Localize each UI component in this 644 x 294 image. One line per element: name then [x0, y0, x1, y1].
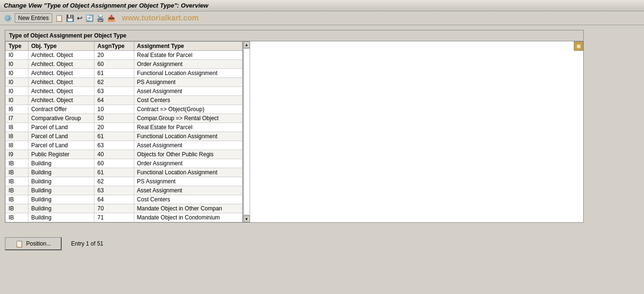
cell-objType: Building [28, 177, 94, 186]
cell-objType: Contract Offer [28, 105, 94, 114]
watermark-text: www.tutorialkart.com [122, 14, 199, 22]
cell-objType: Architect. Object [28, 69, 94, 78]
cell-assignmentType: Asset Assignment [134, 87, 242, 96]
cell-asgnType: 63 [94, 141, 134, 150]
cell-asgnType: 61 [94, 69, 134, 78]
cell-objType: Architect. Object [28, 60, 94, 69]
cell-assignmentType: PS Assignment [134, 177, 242, 186]
panel: Type of Object Assignment per Object Typ… [5, 30, 584, 223]
save-icon[interactable]: 💾 [66, 14, 74, 22]
undo-icon[interactable]: ↩ [77, 14, 83, 22]
cell-objType: Public Register [28, 150, 94, 159]
table-row[interactable]: I8Parcel of Land20Real Estate for Parcel [6, 123, 243, 132]
cell-asgnType: 71 [94, 213, 134, 222]
cell-assignmentType: Real Estate for Parcel [134, 51, 242, 60]
cell-type: I7 [6, 114, 28, 123]
cell-assignmentType: Mandate Object in Other Compan [134, 204, 242, 213]
cell-assignmentType: Asset Assignment [134, 186, 242, 195]
table-row[interactable]: IBBuilding71Mandate Object in Condominiu… [6, 213, 243, 222]
cell-asgnType: 63 [94, 186, 134, 195]
cell-type: IB [6, 168, 28, 177]
cell-assignmentType: Functional Location Assignment [134, 168, 242, 177]
grid-options-icon[interactable]: ⊞ [574, 41, 583, 51]
cell-type: I0 [6, 69, 28, 78]
cell-type: I9 [6, 150, 28, 159]
cell-type: IB [6, 177, 28, 186]
print-icon[interactable]: 🖨️ [96, 14, 104, 22]
table-row[interactable]: IBBuilding70Mandate Object in Other Comp… [6, 204, 243, 213]
cell-asgnType: 63 [94, 87, 134, 96]
cell-asgnType: 60 [94, 60, 134, 69]
main-content: Type of Object Assignment per Object Typ… [0, 25, 644, 228]
scroll-down-button[interactable]: ▼ [243, 216, 250, 222]
table-row[interactable]: IBBuilding60Order Assignment [6, 159, 243, 168]
col-header-asgn-type: AsgnType [94, 42, 134, 51]
cell-objType: Architect. Object [28, 96, 94, 105]
cell-assignmentType: Compar.Group => Rental Object [134, 114, 242, 123]
cell-type: I0 [6, 96, 28, 105]
table-row[interactable]: I6Contract Offer10Contract => Object(Gro… [6, 105, 243, 114]
cell-objType: Building [28, 168, 94, 177]
bottom-area: 📋 Position... Entry 1 of 51 [0, 228, 644, 260]
cell-asgnType: 60 [94, 159, 134, 168]
title-text: Change View "Type of Object Assignment p… [4, 2, 208, 9]
col-header-assignment-type: Assignment Type [134, 42, 242, 51]
refresh-icon[interactable]: 🔄 [85, 14, 93, 22]
cell-type: I8 [6, 123, 28, 132]
cell-type: I0 [6, 51, 28, 60]
cell-type: IB [6, 213, 28, 222]
table-row[interactable]: I8Parcel of Land61Functional Location As… [6, 132, 243, 141]
table-row[interactable]: I8Parcel of Land63Asset Assignment [6, 141, 243, 150]
cell-type: I8 [6, 132, 28, 141]
table-row[interactable]: I0Architect. Object61Functional Location… [6, 69, 243, 78]
scrollbar[interactable]: ▲ ▼ [243, 41, 250, 222]
cell-asgnType: 10 [94, 105, 134, 114]
cell-type: I0 [6, 87, 28, 96]
table-row[interactable]: I0Architect. Object63Asset Assignment [6, 87, 243, 96]
cell-asgnType: 64 [94, 195, 134, 204]
cell-type: IB [6, 195, 28, 204]
table-row[interactable]: I0Architect. Object60Order Assignment [6, 60, 243, 69]
settings-icon: ⚙️ [4, 14, 12, 22]
new-entries-button[interactable]: New Entries [15, 13, 52, 23]
cell-assignmentType: Mandate Object in Condominium [134, 213, 242, 222]
cell-assignmentType: Order Assignment [134, 159, 242, 168]
scroll-track[interactable] [243, 48, 250, 215]
table-row[interactable]: IBBuilding61Functional Location Assignme… [6, 168, 243, 177]
cell-objType: Building [28, 195, 94, 204]
cell-type: IB [6, 159, 28, 168]
cell-objType: Architect. Object [28, 78, 94, 87]
cell-assignmentType: PS Assignment [134, 78, 242, 87]
cell-type: I8 [6, 141, 28, 150]
cell-asgnType: 62 [94, 177, 134, 186]
cell-objType: Parcel of Land [28, 141, 94, 150]
cell-objType: Parcel of Land [28, 123, 94, 132]
table-row[interactable]: IBBuilding62PS Assignment [6, 177, 243, 186]
position-button[interactable]: 📋 Position... [5, 237, 62, 250]
cell-assignmentType: Cost Centers [134, 96, 242, 105]
cell-asgnType: 64 [94, 96, 134, 105]
table-row[interactable]: IBBuilding64Cost Centers [6, 195, 243, 204]
cell-asgnType: 61 [94, 168, 134, 177]
cell-asgnType: 70 [94, 204, 134, 213]
table-row[interactable]: I0Architect. Object62PS Assignment [6, 78, 243, 87]
col-header-obj-type: Obj. Type [28, 42, 94, 51]
cell-objType: Building [28, 213, 94, 222]
toolbar: ⚙️ New Entries 📋 💾 ↩ 🔄 🖨️ 📤 www.tutorial… [0, 11, 644, 25]
cell-objType: Building [28, 204, 94, 213]
table-row[interactable]: IBBuilding63Asset Assignment [6, 186, 243, 195]
table-row[interactable]: I9Public Register40Objects for Other Pub… [6, 150, 243, 159]
cell-assignmentType: Functional Location Assignment [134, 69, 242, 78]
cell-assignmentType: Asset Assignment [134, 141, 242, 150]
table-row[interactable]: I0Architect. Object64Cost Centers [6, 96, 243, 105]
cell-objType: Parcel of Land [28, 132, 94, 141]
copy-icon[interactable]: 📋 [55, 14, 63, 22]
new-entries-label: New Entries [18, 15, 49, 21]
panel-title: Type of Object Assignment per Object Typ… [5, 30, 583, 41]
table-row[interactable]: I0Architect. Object20Real Estate for Par… [6, 51, 243, 60]
scroll-up-button[interactable]: ▲ [243, 41, 250, 48]
export-icon[interactable]: 📤 [107, 14, 115, 22]
cell-objType: Building [28, 159, 94, 168]
table-row[interactable]: I7Comparative Group50Compar.Group => Ren… [6, 114, 243, 123]
cell-type: I0 [6, 60, 28, 69]
